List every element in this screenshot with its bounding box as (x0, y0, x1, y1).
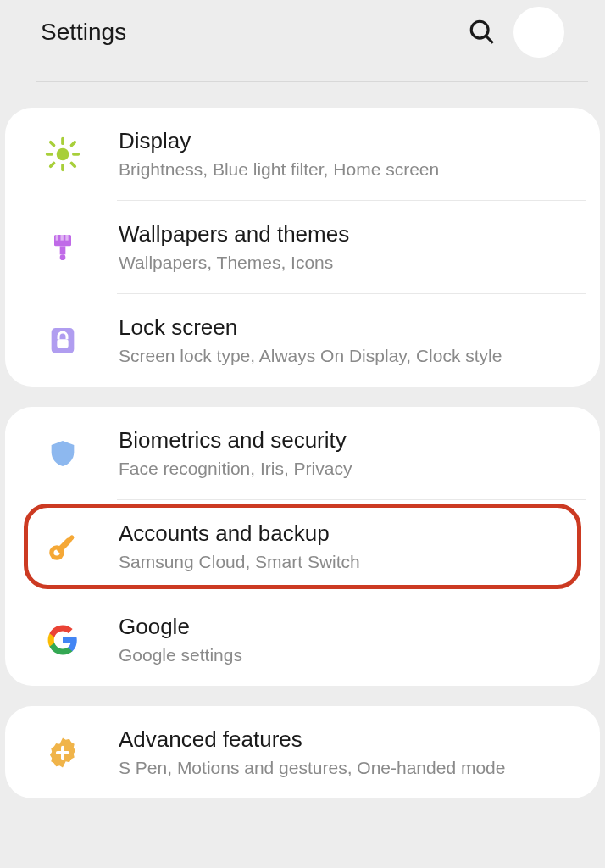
svg-rect-16 (60, 254, 66, 260)
header-divider (36, 81, 588, 82)
settings-item-lockscreen[interactable]: Lock screen Screen lock type, Always On … (5, 294, 600, 387)
google-icon (42, 620, 83, 660)
page-title: Settings (41, 19, 126, 46)
svg-rect-18 (57, 339, 68, 348)
settings-group-2: Biometrics and security Face recognition… (5, 407, 600, 686)
item-title: Google (119, 614, 586, 640)
svg-line-9 (51, 163, 54, 166)
item-subtitle: Screen lock type, Always On Display, Clo… (119, 346, 586, 366)
item-text: Biometrics and security Face recognition… (119, 427, 586, 479)
gear-plus-icon (42, 732, 83, 773)
item-text: Display Brightness, Blue light filter, H… (119, 128, 586, 180)
item-text: Accounts and backup Samsung Cloud, Smart… (119, 520, 586, 572)
item-title: Lock screen (119, 314, 586, 341)
settings-item-advanced[interactable]: Advanced features S Pen, Motions and ges… (5, 706, 600, 798)
svg-rect-12 (56, 235, 58, 241)
key-icon (42, 526, 83, 567)
item-subtitle: Samsung Cloud, Smart Switch (119, 552, 586, 572)
svg-line-10 (71, 142, 75, 145)
item-title: Advanced features (119, 726, 586, 753)
svg-line-1 (486, 36, 493, 43)
item-title: Biometrics and security (119, 427, 586, 453)
lock-icon (42, 320, 83, 361)
svg-rect-13 (61, 235, 64, 241)
item-text: Google Google settings (119, 614, 586, 665)
settings-item-google[interactable]: Google Google settings (5, 593, 600, 686)
search-button[interactable] (468, 18, 497, 47)
svg-line-5 (51, 142, 54, 145)
item-text: Wallpapers and themes Wallpapers, Themes… (119, 221, 586, 273)
item-title: Accounts and backup (119, 520, 586, 547)
brush-icon (42, 227, 83, 268)
item-subtitle: Google settings (119, 645, 586, 665)
svg-rect-14 (65, 235, 68, 241)
item-subtitle: Brightness, Blue light filter, Home scre… (119, 159, 586, 180)
display-icon (42, 134, 83, 175)
shield-icon (42, 433, 83, 474)
settings-item-biometrics[interactable]: Biometrics and security Face recognition… (5, 407, 600, 499)
header-actions (468, 7, 564, 58)
item-text: Advanced features S Pen, Motions and ges… (119, 726, 586, 778)
settings-item-display[interactable]: Display Brightness, Blue light filter, H… (5, 108, 600, 200)
item-subtitle: Face recognition, Iris, Privacy (119, 459, 586, 479)
item-subtitle: Wallpapers, Themes, Icons (119, 253, 586, 273)
svg-point-0 (471, 21, 488, 38)
settings-group-3: Advanced features S Pen, Motions and ges… (5, 706, 600, 798)
settings-item-wallpapers[interactable]: Wallpapers and themes Wallpapers, Themes… (5, 201, 600, 293)
settings-group-1: Display Brightness, Blue light filter, H… (5, 108, 600, 387)
item-title: Wallpapers and themes (119, 221, 586, 248)
svg-line-6 (71, 163, 75, 166)
avatar[interactable] (513, 7, 564, 58)
svg-point-2 (57, 147, 69, 160)
search-icon (468, 18, 497, 47)
header: Settings (0, 0, 605, 81)
item-text: Lock screen Screen lock type, Always On … (119, 314, 586, 366)
settings-item-accounts[interactable]: Accounts and backup Samsung Cloud, Smart… (5, 500, 600, 593)
item-subtitle: S Pen, Motions and gestures, One-handed … (119, 758, 586, 778)
item-title: Display (119, 128, 586, 154)
svg-rect-15 (60, 246, 66, 254)
